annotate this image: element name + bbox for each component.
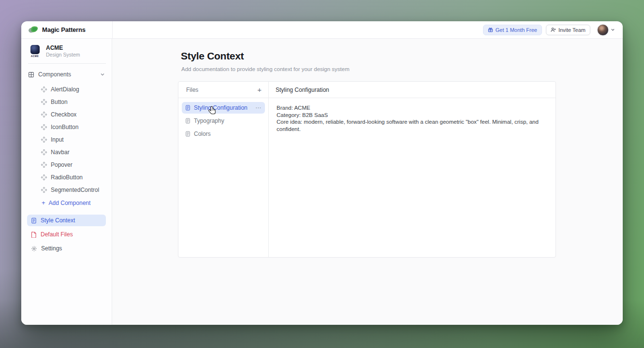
component-diamond-icon: [41, 162, 47, 168]
files-header-label: Files: [186, 87, 198, 93]
desktop-background: { "header": { "brand": "Magic Patterns",…: [0, 0, 644, 348]
files-header: Files +: [178, 82, 269, 98]
app-window: Magic Patterns Get 1 Month Free: [21, 21, 623, 325]
invite-team-label: Invite Team: [558, 27, 585, 33]
promo-button-label: Get 1 Month Free: [496, 27, 537, 33]
header-actions: Get 1 Month Free Invite Team: [112, 21, 623, 38]
promo-button[interactable]: Get 1 Month Free: [483, 25, 542, 35]
component-label: Input: [51, 136, 64, 143]
workspace-switcher[interactable]: ACME ACME Design System: [21, 44, 112, 61]
document-icon: [31, 218, 37, 224]
component-label: SegmentedControl: [51, 187, 99, 193]
document-icon: [185, 105, 190, 111]
panel-header: Files + Styling Configuration: [178, 82, 556, 98]
sidebar-item-navbar[interactable]: Navbar: [21, 146, 112, 159]
add-component-button[interactable]: + Add Component: [21, 196, 112, 209]
grid-icon: [28, 72, 34, 78]
add-component-label: Add Component: [49, 200, 91, 206]
sidebar-item-popover[interactable]: Popover: [21, 159, 112, 171]
sidebar-item-checkbox[interactable]: Checkbox: [21, 108, 112, 121]
gift-icon: [488, 27, 493, 32]
component-diamond-icon: [41, 87, 47, 92]
sidebar-item-input[interactable]: Input: [21, 133, 112, 146]
viewer-header-title: Styling Configuration: [269, 82, 556, 98]
file-name: Typography: [194, 117, 224, 124]
page-title: Style Context: [181, 50, 244, 62]
component-diamond-icon: [41, 149, 47, 155]
components-section-label: Components: [38, 71, 71, 78]
workspace-logo: ACME: [28, 45, 42, 58]
user-plus-icon: [551, 27, 556, 32]
workspace-subtitle: Design System: [46, 52, 80, 58]
chevron-down-icon: [100, 72, 105, 77]
viewer-line: Core idea: modern, reliable, forward-loo…: [277, 118, 548, 132]
style-context-panel: Files + Styling Configuration Styling Co…: [178, 81, 556, 258]
top-header-bar: Magic Patterns Get 1 Month Free: [21, 21, 623, 39]
document-icon: [185, 118, 190, 124]
sidebar-item-alertdialog[interactable]: AlertDialog: [21, 83, 112, 96]
file-item-typography[interactable]: Typography: [182, 115, 265, 127]
sidebar-item-button[interactable]: Button: [21, 96, 112, 108]
components-section-toggle[interactable]: Components: [21, 68, 112, 81]
component-label: AlertDialog: [51, 86, 79, 93]
file-name: Styling Configuration: [194, 104, 248, 111]
sidebar-item-default-files[interactable]: Default Files: [27, 229, 106, 240]
viewer-line: Brand: ACME: [277, 104, 548, 112]
components-list: AlertDialog Button Checkbox IconButton I…: [21, 81, 112, 209]
avatar: [597, 24, 609, 36]
sidebar-item-style-context[interactable]: Style Context: [27, 215, 106, 226]
component-diamond-icon: [41, 174, 47, 180]
brand-name: Magic Patterns: [42, 26, 86, 33]
sidebar-item-segmentedcontrol[interactable]: SegmentedControl: [21, 184, 112, 196]
document-icon: [185, 131, 190, 137]
component-diamond-icon: [41, 99, 47, 105]
sidebar-nav: Style Context Default Files Settings: [21, 215, 112, 257]
component-label: IconButton: [51, 124, 78, 130]
chevron-down-icon: [611, 28, 615, 32]
component-label: Navbar: [51, 149, 70, 156]
component-diamond-icon: [41, 187, 47, 193]
file-outline-icon: [31, 232, 37, 238]
acme-logo-icon: [30, 45, 40, 54]
component-diamond-icon: [41, 112, 47, 117]
component-label: Checkbox: [51, 111, 76, 118]
gear-icon: [31, 246, 37, 252]
invite-team-button[interactable]: Invite Team: [546, 25, 590, 35]
acme-logo-caption: ACME: [31, 55, 39, 58]
files-list: Styling Configuration ⋯ Typography: [178, 98, 269, 257]
component-label: Button: [51, 99, 68, 105]
nav-label: Default Files: [41, 231, 73, 238]
nav-label: Style Context: [41, 217, 75, 224]
main-content: Style Context Add documentation to provi…: [112, 39, 623, 325]
sidebar-item-radiobutton[interactable]: RadioButton: [21, 171, 112, 184]
sidebar-item-iconbutton[interactable]: IconButton: [21, 121, 112, 133]
add-file-button[interactable]: +: [257, 86, 262, 93]
page-subtitle: Add documentation to provide styling con…: [181, 66, 350, 72]
component-diamond-icon: [41, 137, 47, 143]
plus-icon: +: [42, 200, 45, 206]
component-diamond-icon: [41, 124, 47, 130]
component-label: RadioButton: [51, 174, 83, 181]
file-menu-button[interactable]: ⋯: [255, 104, 262, 111]
brand-logo-area[interactable]: Magic Patterns: [21, 21, 112, 38]
file-item-styling-configuration[interactable]: Styling Configuration ⋯: [182, 102, 265, 114]
account-menu[interactable]: [597, 24, 615, 36]
component-label: Popover: [51, 161, 73, 168]
file-name: Colors: [194, 130, 211, 137]
nav-label: Settings: [41, 245, 62, 252]
sidebar: ACME ACME Design System Components: [21, 39, 112, 325]
viewer-line: Category: B2B SaaS: [277, 112, 548, 119]
workspace-name: ACME: [46, 44, 80, 51]
file-item-colors[interactable]: Colors: [182, 128, 265, 140]
leaf-logo-icon: [28, 26, 39, 34]
file-viewer[interactable]: Brand: ACME Category: B2B SaaS Core idea…: [269, 98, 556, 257]
divider: [28, 63, 106, 64]
sidebar-item-settings[interactable]: Settings: [27, 243, 106, 254]
